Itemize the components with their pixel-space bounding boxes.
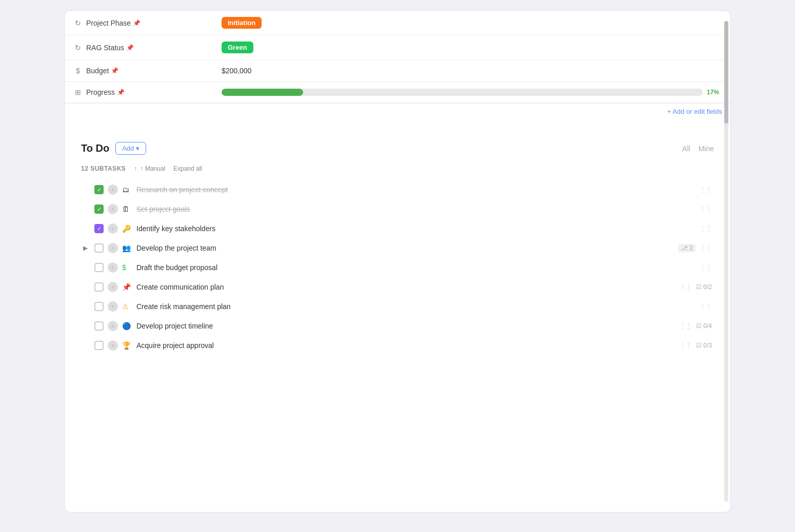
- subtask-count-value: 2: [689, 244, 693, 252]
- task-name[interactable]: Draft the budget proposal: [136, 263, 695, 272]
- avatar-icon: ○: [111, 343, 114, 348]
- task-name[interactable]: Identify key stakeholders: [136, 224, 695, 233]
- avatar: ○: [108, 185, 118, 195]
- drag-handle-icon[interactable]: ⋮⋮: [700, 303, 712, 310]
- scrollbar[interactable]: [724, 21, 728, 502]
- add-edit-fields-btn[interactable]: + Add or edit fields: [65, 103, 730, 119]
- add-edit-fields-label: + Add or edit fields: [667, 108, 722, 115]
- avatar-icon: ○: [111, 226, 114, 231]
- task-checkbox[interactable]: [94, 263, 104, 272]
- table-row: ○ 📌 Create communication plan ⋮⋮ ☑ 0/2: [81, 278, 714, 296]
- subtasks-bar: 12 SUBTASKS ↑ ↑ Manual Expand all: [81, 165, 714, 172]
- avatar: ○: [108, 262, 118, 273]
- add-button[interactable]: Add ▾: [115, 142, 146, 155]
- task-checkbox[interactable]: [94, 341, 104, 350]
- avatar-icon: ○: [111, 284, 114, 290]
- avatar: ○: [108, 243, 118, 253]
- task-type-icon: 🗓: [122, 205, 132, 213]
- drag-handle-icon[interactable]: ⋮⋮: [680, 342, 692, 349]
- table-row: ○ $ Draft the budget proposal ⋮⋮: [81, 258, 714, 277]
- table-row: ▶ ○ 👥 Develop the project team ⎇ 2 ⋮⋮: [81, 239, 714, 257]
- prop-label-text-budget: Budget: [86, 67, 109, 75]
- task-type-icon: 🏆: [122, 341, 132, 350]
- task-type-icon: $: [122, 263, 132, 272]
- table-row: ○ ⚠ Create risk management plan ⋮⋮: [81, 297, 714, 316]
- avatar: ○: [108, 340, 118, 351]
- task-checkbox[interactable]: ✓: [94, 185, 104, 194]
- subtasks-count: 12 SUBTASKS: [81, 165, 126, 172]
- prop-row-progress: ⊞ Progress 📌 17%: [65, 82, 730, 103]
- task-name[interactable]: Develop project timeline: [136, 322, 675, 330]
- avatar: ○: [108, 301, 118, 312]
- task-checkbox[interactable]: ✓: [94, 204, 104, 214]
- avatar-icon: ○: [111, 187, 114, 192]
- drag-handle-icon[interactable]: ⋮⋮: [700, 244, 712, 252]
- sort-manual-btn[interactable]: ↑ ↑ Manual: [134, 165, 165, 172]
- prop-value-progress[interactable]: 17%: [213, 83, 730, 102]
- expand-all-btn[interactable]: Expand all: [173, 165, 202, 172]
- prop-label-project-phase: ↻ Project Phase 📌: [65, 13, 213, 33]
- badge-initiation[interactable]: Initiation: [222, 17, 262, 29]
- prop-label-budget: $ Budget 📌: [65, 60, 213, 81]
- prop-pin-project-phase: 📌: [133, 19, 141, 27]
- drag-handle-icon[interactable]: ⋮⋮: [700, 225, 712, 232]
- task-checkbox[interactable]: [94, 321, 104, 331]
- sort-label: ↑ Manual: [140, 165, 165, 172]
- task-type-icon: ⚠: [122, 302, 132, 311]
- task-name[interactable]: Create communication plan: [136, 283, 675, 291]
- todo-title: To Do: [81, 142, 109, 154]
- prop-pin-progress: 📌: [117, 89, 125, 96]
- avatar-icon: ○: [111, 207, 114, 212]
- drag-handle-icon[interactable]: ⋮⋮: [680, 322, 692, 330]
- prop-label-text-project-phase: Project Phase: [86, 19, 131, 27]
- task-name[interactable]: Set project goals: [136, 205, 695, 213]
- drag-handle-icon[interactable]: ⋮⋮: [700, 186, 712, 193]
- checklist-icon: ☑: [696, 342, 702, 349]
- task-name[interactable]: Develop the project team: [136, 244, 674, 252]
- task-name[interactable]: Acquire project approval: [136, 341, 675, 350]
- prop-value-rag-status[interactable]: Green: [213, 35, 730, 59]
- task-checkbox[interactable]: [94, 243, 104, 253]
- avatar: ○: [108, 282, 118, 292]
- scrollbar-thumb[interactable]: [724, 21, 728, 124]
- prop-label-progress: ⊞ Progress 📌: [65, 82, 213, 103]
- task-checkbox[interactable]: ✓: [94, 224, 104, 233]
- prop-value-project-phase[interactable]: Initiation: [213, 11, 730, 35]
- check-mark-icon: ✓: [97, 226, 102, 232]
- budget-value-text: $200,000: [222, 67, 251, 75]
- avatar: ○: [108, 204, 118, 214]
- drag-handle-icon[interactable]: ⋮⋮: [700, 206, 712, 213]
- task-name[interactable]: Research on project concept: [136, 186, 695, 194]
- checklist-badge: ☑ 0/4: [696, 322, 712, 330]
- drag-handle-icon[interactable]: ⋮⋮: [700, 264, 712, 271]
- prop-value-budget[interactable]: $200,000: [213, 60, 730, 81]
- task-name[interactable]: Create risk management plan: [136, 302, 695, 311]
- add-button-label: Add: [122, 145, 134, 152]
- check-mark-icon: ✓: [97, 206, 102, 213]
- task-checkbox[interactable]: [94, 302, 104, 311]
- section-divider: [65, 119, 730, 130]
- checklist-icon: ☑: [696, 322, 702, 330]
- prop-row-rag-status: ↻ RAG Status 📌 Green: [65, 35, 730, 60]
- avatar-icon: ○: [111, 265, 114, 270]
- filter-all-btn[interactable]: All: [682, 145, 690, 153]
- table-row: ✓ ○ 🗂 Research on project concept ⋮⋮: [81, 180, 714, 199]
- filter-mine-btn[interactable]: Mine: [699, 145, 714, 153]
- drag-handle-icon[interactable]: ⋮⋮: [680, 283, 692, 291]
- table-row: ○ 🔵 Develop project timeline ⋮⋮ ☑ 0/4: [81, 317, 714, 335]
- avatar: ○: [108, 223, 118, 234]
- checklist-value: 0/3: [703, 342, 712, 349]
- table-row: ✓ ○ 🔑 Identify key stakeholders ⋮⋮: [81, 219, 714, 238]
- prop-label-text-progress: Progress: [86, 88, 115, 96]
- table-row: ✓ ○ 🗓 Set project goals ⋮⋮: [81, 200, 714, 218]
- prop-icon-progress: ⊞: [73, 88, 83, 96]
- main-card: ↻ Project Phase 📌 Initiation ↻ RAG Statu…: [64, 10, 731, 513]
- avatar: ○: [108, 321, 118, 331]
- task-checkbox[interactable]: [94, 282, 104, 292]
- checklist-badge: ☑ 0/2: [696, 283, 712, 291]
- avatar-icon: ○: [111, 245, 114, 251]
- checklist-badge: ☑ 0/3: [696, 342, 712, 349]
- expand-collapse-icon[interactable]: ▶: [83, 244, 90, 252]
- prop-pin-rag-status: 📌: [126, 44, 134, 51]
- badge-green[interactable]: Green: [222, 42, 253, 53]
